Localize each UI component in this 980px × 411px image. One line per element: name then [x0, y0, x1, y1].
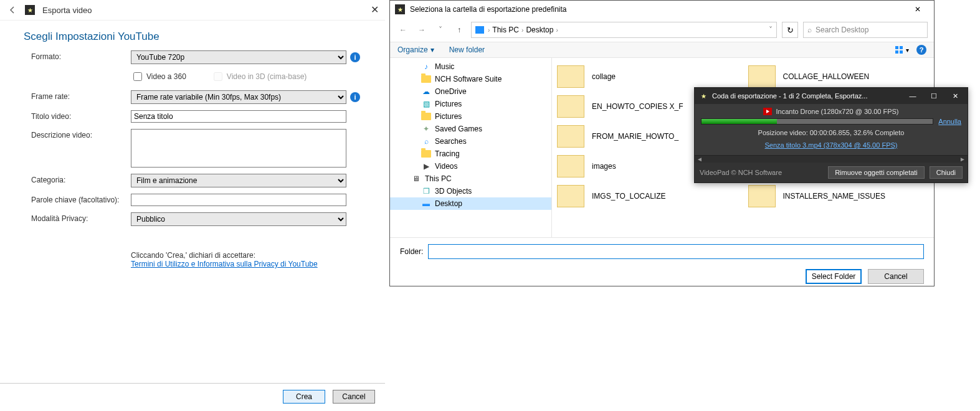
titolo-label: Titolo video:	[31, 110, 131, 121]
file-label: COLLAGE_HALLOWEEN	[783, 72, 870, 81]
tree-label: Saved Games	[435, 125, 482, 133]
organize-menu[interactable]: Organize ▾	[397, 45, 434, 54]
tree-item[interactable]: 🖥This PC	[390, 172, 551, 185]
tree-item[interactable]: NCH Software Suite	[390, 73, 551, 85]
chevron-down-icon: ▾	[906, 47, 909, 54]
search-icon: ⌕	[421, 137, 431, 146]
dialog-nav: ← → ˅ ↑ › This PC › Desktop › ˅ ↻ ⌕ Sear…	[390, 18, 934, 42]
queue-status: Posizione video: 00:00:06.855, 32.6% Com…	[701, 129, 961, 136]
queue-next-link[interactable]: Senza titolo 3.mp4 (378x304 @ 45.00 FPS)	[701, 141, 961, 149]
minimize-icon[interactable]: —	[904, 90, 921, 102]
section-title: Scegli Impostazioni YouTube	[0, 21, 385, 50]
onedrive-icon: ☁	[421, 87, 431, 96]
search-input[interactable]: ⌕ Search Desktop	[803, 22, 928, 38]
tree-item[interactable]: ❒3D Objects	[390, 185, 551, 197]
export-header: ★ Esporta video	[0, 0, 385, 21]
file-item[interactable]: collage	[554, 63, 741, 90]
categoria-select[interactable]: Film e animazione	[131, 174, 346, 187]
tree-item[interactable]: Tracing	[390, 148, 551, 160]
nav-back-icon[interactable]: ←	[396, 23, 410, 37]
music-icon: ♪	[421, 62, 431, 71]
info-icon[interactable]: i	[350, 52, 360, 62]
framerate-select[interactable]: Frame rate variabile (Min 30fps, Max 30f…	[131, 90, 346, 104]
file-item[interactable]: IMGS_TO_LOCALIZE	[554, 182, 741, 210]
folder-tree[interactable]: ♪MusicNCH Software Suite☁OneDrive▧Pictur…	[390, 58, 552, 237]
app-icon: ★	[698, 91, 708, 101]
folder-icon	[421, 150, 431, 158]
privacy-label: Modalità Privacy:	[31, 212, 131, 223]
close-icon[interactable]: ✕	[946, 90, 964, 102]
tree-item[interactable]: ▧Pictures	[390, 98, 551, 110]
back-arrow-icon[interactable]	[7, 5, 17, 15]
breadcrumb[interactable]: › This PC › Desktop › ˅	[471, 22, 777, 38]
nav-up-icon[interactable]: ↑	[452, 23, 466, 37]
cancel-link[interactable]: Annulla	[938, 118, 961, 125]
cancel-button[interactable]: Cancel	[333, 390, 375, 404]
dialog-title: Seleziona la cartella di esportazione pr…	[410, 5, 902, 14]
view-mode-button[interactable]: ▾	[895, 45, 909, 54]
search-placeholder: Search Desktop	[816, 26, 868, 34]
pc-icon	[475, 26, 484, 34]
crumb[interactable]: Desktop	[526, 26, 553, 34]
tree-label: Videos	[435, 162, 457, 171]
scroll-left-icon[interactable]: ◄	[695, 156, 705, 163]
cancel-button[interactable]: Cancel	[868, 269, 924, 284]
tree-item[interactable]: ▬Desktop	[390, 197, 551, 210]
descrizione-textarea[interactable]	[131, 129, 346, 168]
maximize-icon[interactable]: ☐	[925, 90, 943, 102]
videos-icon: ▶	[421, 162, 431, 171]
nav-recent-icon[interactable]: ˅	[434, 23, 447, 37]
framerate-label: Frame rate:	[31, 90, 131, 101]
queue-scrollbar[interactable]: ◄ ►	[695, 155, 968, 163]
close-icon[interactable]: ✕	[906, 3, 929, 16]
search-icon: ⌕	[807, 26, 812, 34]
formato-select[interactable]: YouTube 720p	[131, 50, 346, 64]
file-item[interactable]: COLLAGE_HALLOWEEN	[746, 63, 932, 90]
info-icon[interactable]: i	[350, 92, 360, 102]
tree-item[interactable]: ♪Music	[390, 60, 551, 73]
folder-icon	[421, 75, 431, 83]
remove-completed-button[interactable]: Rimuove oggetti completati	[828, 166, 925, 179]
tree-item[interactable]: ⌕Searches	[390, 135, 551, 148]
tree-item[interactable]: Pictures	[390, 110, 551, 123]
refresh-button[interactable]: ↻	[782, 22, 798, 38]
queue-titlebar[interactable]: ★ Coda di esportazione - 1 di 2 Completa…	[695, 88, 968, 104]
play-icon	[763, 108, 772, 115]
select-folder-button[interactable]: Select Folder	[806, 269, 862, 284]
help-icon[interactable]: ?	[916, 45, 926, 55]
chevron-down-icon[interactable]: ˅	[769, 26, 773, 34]
svg-rect-2	[895, 50, 898, 54]
file-label: INSTALLERS_NAME_ISSUES	[783, 192, 886, 201]
crumb[interactable]: This PC	[492, 26, 519, 34]
dialog-toolbar: Organize ▾ New folder ▾ ?	[390, 42, 934, 58]
tree-item[interactable]: ▶Videos	[390, 160, 551, 172]
descrizione-label: Descrizione video:	[31, 129, 131, 139]
tree-label: Searches	[435, 137, 467, 146]
folder-input[interactable]	[428, 244, 924, 259]
file-item[interactable]: INSTALLERS_NAME_ISSUES	[746, 182, 932, 210]
close-button[interactable]: Chiudi	[930, 166, 963, 179]
chevron-down-icon: ▾	[431, 45, 434, 54]
close-icon[interactable]: ✕	[367, 4, 383, 16]
folder-icon	[557, 95, 584, 118]
privacy-select[interactable]: Pubblico	[131, 212, 346, 226]
file-label: collage	[592, 72, 616, 81]
tree-label: Tracing	[435, 149, 460, 158]
crea-button[interactable]: Crea	[283, 390, 325, 404]
3d-icon: ❒	[421, 187, 431, 196]
folder-icon	[557, 125, 584, 148]
tree-label: OneDrive	[435, 87, 467, 96]
tree-item[interactable]: ☁OneDrive	[390, 85, 551, 98]
pictures-icon: ▧	[421, 100, 431, 108]
brand-text: VideoPad © NCH Software	[700, 169, 823, 176]
newfolder-button[interactable]: New folder	[449, 45, 485, 54]
accept-text: Cliccando 'Crea,' dichiari di accettare:	[131, 251, 361, 260]
tree-item[interactable]: ✦Saved Games	[390, 123, 551, 135]
queue-title: Coda di esportazione - 1 di 2 Completa, …	[712, 92, 900, 100]
parole-input[interactable]	[131, 194, 346, 206]
terms-link[interactable]: Termini di Utilizzo e Informativa sulla …	[131, 260, 318, 268]
scroll-right-icon[interactable]: ►	[958, 156, 968, 163]
video360-checkbox[interactable]: Video a 360	[131, 70, 186, 83]
folder-icon	[421, 113, 431, 120]
titolo-input[interactable]	[131, 110, 346, 123]
